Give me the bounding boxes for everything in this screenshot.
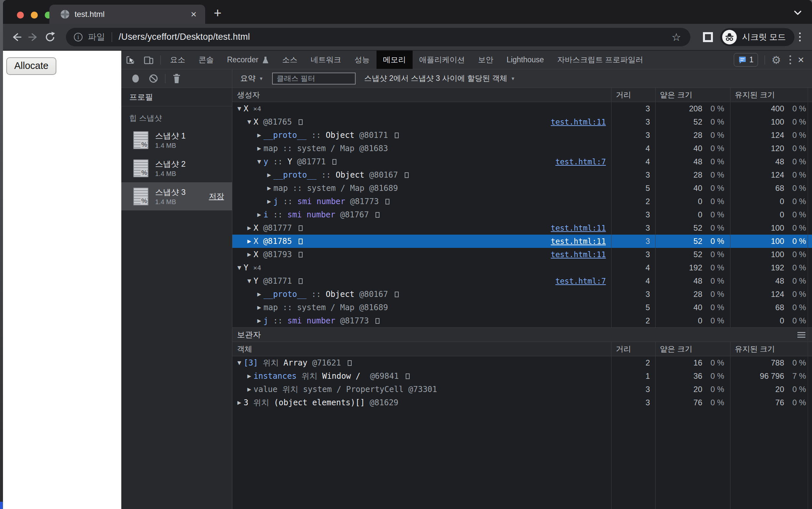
delete-profile-icon[interactable] — [168, 73, 185, 84]
heap-tree-row[interactable]: ▶__proto__ :: Object @80171 3280 %1240 % — [232, 129, 812, 142]
url-scheme-chip[interactable]: 파일 — [88, 31, 105, 43]
bookmark-star-icon[interactable]: ☆ — [666, 31, 687, 43]
traffic-lights[interactable] — [17, 11, 52, 19]
expand-arrow-icon[interactable]: ▶ — [245, 225, 253, 231]
expand-arrow-icon[interactable]: ▶ — [255, 305, 264, 310]
col-retained-size[interactable]: 유지된 크기 — [730, 90, 812, 100]
new-tab-button[interactable]: + — [214, 6, 222, 21]
heap-tree-row[interactable]: ▶j :: smi number @81773 200 %00 % — [232, 314, 812, 328]
expand-arrow-icon[interactable]: ▶ — [245, 251, 253, 258]
expand-arrow-icon[interactable]: ▶ — [235, 400, 244, 406]
devtools-tab-Lighthouse[interactable]: Lighthouse — [500, 51, 551, 69]
col-object[interactable]: 객체 — [232, 344, 611, 354]
col-constructor[interactable]: 생성자 — [232, 90, 611, 100]
heap-tree-row[interactable]: ▶3 위치 (object elements)[] @816293760 %76… — [232, 396, 812, 409]
expand-arrow-icon[interactable]: ▶ — [255, 318, 264, 324]
heap-tree-row[interactable]: ▼X ×432080 %4000 % — [232, 102, 812, 115]
col-distance[interactable]: 거리 — [611, 344, 655, 354]
source-link[interactable]: test.html:11 — [544, 117, 611, 126]
heap-tree-row[interactable]: ▼X @81765 test.html:113520 %1000 % — [232, 115, 812, 129]
expand-arrow-icon[interactable]: ▶ — [245, 238, 253, 244]
inspect-element-icon[interactable] — [121, 55, 139, 65]
constructor-header-row[interactable]: 생성자 거리 얕은 크기 유지된 크기 — [232, 88, 812, 102]
address-bar[interactable]: i 파일 /Users/yceffort/Desktop/test.html ☆ — [66, 28, 690, 46]
devtools-tab-성능[interactable]: 성능 — [348, 51, 376, 69]
source-link[interactable]: test.html:11 — [544, 250, 611, 259]
device-toolbar-icon[interactable] — [139, 55, 158, 65]
devtools-tab-애플리케이션[interactable]: 애플리케이션 — [413, 51, 472, 69]
heap-tree-row[interactable]: ▶map :: system / Map @816895400 %680 % — [232, 301, 812, 314]
minimize-window-button[interactable] — [31, 11, 38, 19]
url-text[interactable]: /Users/yceffort/Desktop/test.html — [119, 32, 666, 42]
expand-arrow-icon[interactable]: ▶ — [265, 185, 273, 191]
heap-tree-row[interactable]: ▶__proto__ :: Object @80167 3280 %1240 % — [232, 287, 812, 301]
devtools-tab-소스[interactable]: 소스 — [276, 51, 304, 69]
expand-arrow-icon[interactable]: ▶ — [265, 172, 273, 178]
expand-arrow-icon[interactable]: ▶ — [245, 373, 253, 379]
collapse-arrow-icon[interactable]: ▼ — [235, 106, 244, 112]
allocate-button[interactable]: Allocate — [6, 57, 56, 75]
perspective-select[interactable]: 요약▼ — [240, 73, 264, 83]
heap-tree-row[interactable]: ▶X @81777 test.html:113520 %1000 % — [232, 222, 812, 235]
collapse-arrow-icon[interactable]: ▼ — [255, 159, 264, 165]
tab-search-chevron-icon[interactable] — [793, 9, 803, 16]
expand-arrow-icon[interactable]: ▶ — [245, 386, 253, 393]
heap-tree-row[interactable]: ▶X @81793 test.html:113520 %1000 % — [232, 248, 812, 261]
source-link[interactable]: test.html:7 — [549, 158, 611, 166]
expand-arrow-icon[interactable]: ▶ — [255, 291, 264, 297]
back-button[interactable] — [10, 32, 27, 43]
devtools-tab-보안[interactable]: 보안 — [472, 51, 500, 69]
collapse-arrow-icon[interactable]: ▼ — [235, 265, 244, 271]
devtools-close-icon[interactable]: × — [796, 54, 809, 66]
record-heap-icon[interactable] — [127, 74, 144, 83]
expand-arrow-icon[interactable]: ▶ — [265, 199, 273, 204]
source-link[interactable]: test.html:11 — [544, 237, 611, 245]
snapshot-item[interactable]: 스냅샷 31.4 MB저장 — [121, 182, 232, 210]
tab-close-icon[interactable]: × — [189, 9, 199, 19]
source-link[interactable]: test.html:7 — [549, 277, 611, 285]
reload-button[interactable] — [44, 31, 61, 43]
collapse-arrow-icon[interactable]: ▼ — [245, 119, 253, 125]
heap-tree-row[interactable]: ▼Y ×441920 %1920 % — [232, 261, 812, 274]
forward-button[interactable] — [27, 32, 44, 43]
heap-tree-row[interactable]: ▶map :: system / Map @816834400 %1200 % — [232, 142, 812, 155]
snapshot-save-link[interactable]: 저장 — [209, 191, 227, 201]
scrollbar-track[interactable] — [808, 88, 808, 509]
side-panel-icon[interactable] — [703, 32, 713, 42]
collapse-arrow-icon[interactable]: ▼ — [235, 360, 244, 366]
expand-arrow-icon[interactable]: ▶ — [255, 212, 264, 218]
col-shallow-size[interactable]: 얕은 크기 — [655, 344, 730, 354]
col-retained-size[interactable]: 유지된 크기 — [730, 344, 812, 354]
heap-tree-row[interactable]: ▼y :: Y @81771 test.html:74480 %480 % — [232, 155, 812, 168]
snapshot-item[interactable]: 스냅샷 21.4 MB — [121, 154, 232, 182]
heap-tree-row[interactable]: ▶j :: smi number @81773 200 %00 % — [232, 195, 812, 208]
col-shallow-size[interactable]: 얕은 크기 — [655, 90, 730, 100]
devtools-tab-자바스크립트 프로파일러[interactable]: 자바스크립트 프로파일러 — [550, 51, 650, 69]
browser-menu-icon[interactable] — [794, 32, 805, 41]
source-link[interactable]: test.html:11 — [544, 224, 611, 232]
snapshot-item[interactable]: 스냅샷 11.4 MB — [121, 126, 232, 154]
devtools-menu-icon[interactable] — [785, 55, 796, 64]
retainers-header-row[interactable]: 객체 거리 얕은 크기 유지된 크기 — [232, 342, 812, 356]
heap-tree-row[interactable]: ▶__proto__ :: Object @80167 3280 %1240 % — [232, 168, 812, 181]
clear-profiles-icon[interactable] — [144, 74, 162, 83]
devtools-tab-메모리[interactable]: 메모리 — [376, 51, 413, 69]
heap-tree-row[interactable]: ▶value 위치 system / PropertyCell @7330132… — [232, 383, 812, 396]
allocation-filter-select[interactable]: 스냅샷 2에서 스냅샷 3 사이에 할당된 객체▼ — [364, 73, 515, 83]
class-filter-input[interactable] — [272, 73, 356, 84]
retainers-menu-icon[interactable] — [798, 332, 805, 338]
devtools-tab-콘솔[interactable]: 콘솔 — [192, 51, 221, 69]
heap-tree-row[interactable]: ▶instances 위치 Window / @69841 1360 %96 7… — [232, 370, 812, 383]
heap-tree-row[interactable]: ▼Y @81771 test.html:74480 %480 % — [232, 274, 812, 287]
page-info-icon[interactable]: i — [74, 33, 82, 41]
heap-tree-row[interactable]: ▼[3] 위치 Array @71621 2160 %7880 % — [232, 356, 812, 370]
heap-tree-row[interactable]: ▶X @81785 test.html:113520 %1000 % — [232, 235, 812, 248]
devtools-tab-Recorder[interactable]: Recorder — [221, 51, 276, 69]
devtools-tab-요소[interactable]: 요소 — [163, 51, 192, 69]
issues-counter[interactable]: 1 — [734, 53, 758, 67]
heap-tree-row[interactable]: ▶map :: system / Map @816895400 %680 % — [232, 181, 812, 195]
heap-tree-row[interactable]: ▶i :: smi number @81767 300 %00 % — [232, 208, 812, 222]
col-distance[interactable]: 거리 — [611, 90, 655, 100]
devtools-tab-네트워크[interactable]: 네트워크 — [304, 51, 348, 69]
browser-tab[interactable]: test.html × — [49, 5, 205, 24]
